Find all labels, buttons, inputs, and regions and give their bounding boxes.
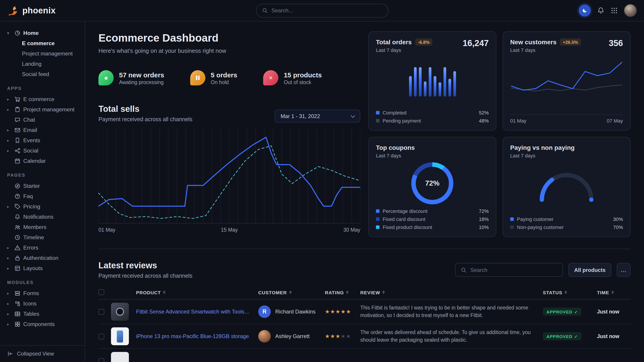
- reviews-table-header: PRODUCT CUSTOMER RATING REVIEW STATUS TI…: [98, 285, 630, 300]
- more-options-button[interactable]: ...: [617, 263, 630, 277]
- star-icon: ★: [98, 70, 114, 85]
- shapes-icon: [14, 300, 20, 307]
- legend-item: Fixed card discount 18%: [376, 216, 489, 222]
- sidebar-item-authentication[interactable]: Authentication: [7, 253, 80, 263]
- sidebar-item-errors[interactable]: Errors: [7, 242, 80, 253]
- sidebar-item-notifications[interactable]: Notifications: [7, 212, 80, 222]
- total-sells-chart: [98, 129, 360, 224]
- sidebar-item-apps-project-management[interactable]: Project management: [7, 104, 80, 114]
- rating-stars: ★★★★★: [325, 333, 351, 340]
- sidebar-item-forms[interactable]: Forms: [7, 288, 80, 298]
- sidebar-item-pricing[interactable]: Pricing: [7, 201, 80, 212]
- chat-icon: [14, 116, 20, 123]
- bell-icon: [14, 214, 20, 220]
- notifications-button[interactable]: [597, 7, 604, 14]
- card-title: Top coupons: [376, 144, 415, 151]
- bell-icon: [597, 7, 604, 14]
- review-row: Fitbit Sense Advanced Smartwatch with To…: [98, 300, 630, 324]
- new-customers-chart: [510, 53, 623, 114]
- sidebar-item-chat[interactable]: Chat: [7, 114, 80, 125]
- chevron-right-icon: [7, 245, 12, 250]
- sidebar-item-icons[interactable]: Icons: [7, 298, 80, 309]
- legend-item: Non-paying customer 70%: [510, 225, 623, 230]
- check-icon: [574, 334, 578, 339]
- row-checkbox[interactable]: [98, 358, 104, 362]
- chevron-right-icon: [7, 312, 12, 316]
- global-search[interactable]: [256, 3, 388, 17]
- column-time[interactable]: TIME: [597, 290, 630, 295]
- sidebar-item-starter[interactable]: Starter: [7, 181, 80, 191]
- clipboard-icon: [14, 106, 20, 112]
- sidebar-nav: Home E commerce Project management Landi…: [0, 28, 84, 345]
- product-link[interactable]: iPhone 13 pro max-Pacific Blue-128GB sto…: [136, 333, 256, 340]
- chevron-right-icon: [7, 138, 12, 142]
- column-review[interactable]: REVIEW: [360, 290, 543, 295]
- sidebar-item-home[interactable]: Home: [7, 28, 80, 38]
- sidebar-item-ecommerce[interactable]: E commerce: [7, 38, 80, 48]
- product-thumbnail[interactable]: [111, 352, 129, 362]
- column-rating[interactable]: RATING: [325, 290, 360, 295]
- layout-icon: [14, 265, 20, 271]
- top-navbar: phoenix: [0, 0, 644, 21]
- theme-toggle-button[interactable]: [579, 4, 591, 16]
- sidebar-item-social-feed[interactable]: Social feed: [7, 69, 80, 79]
- x-icon: ✕: [263, 70, 278, 85]
- sidebar-item-calendar[interactable]: Calendar: [7, 156, 80, 166]
- sidebar-item-landing[interactable]: Landing: [7, 58, 80, 69]
- sidebar-item-events[interactable]: Events: [7, 135, 80, 145]
- date-range-select[interactable]: Mar 1 - 31, 2022: [275, 110, 360, 122]
- brand-logo[interactable]: phoenix: [7, 5, 56, 16]
- product-link[interactable]: Fitbit Sense Advanced Smartwatch with To…: [136, 309, 258, 315]
- product-thumbnail[interactable]: [111, 303, 129, 321]
- row-checkbox[interactable]: [98, 309, 104, 315]
- form-icon: [14, 290, 20, 296]
- sidebar-item-members[interactable]: Members: [7, 222, 80, 232]
- page-title: Ecommerce Dashboard: [98, 31, 360, 45]
- legend-item: Fixed product discount 10%: [376, 225, 489, 230]
- sort-icon: [564, 291, 567, 294]
- collapsed-view-toggle[interactable]: Collapsed View: [0, 345, 84, 362]
- bookmark-icon: [14, 137, 20, 143]
- row-checkbox[interactable]: [98, 333, 104, 339]
- sort-icon: [163, 291, 166, 294]
- sidebar-item-tables[interactable]: Tables: [7, 309, 80, 319]
- status-badge: APPROVED: [543, 332, 582, 340]
- column-customer[interactable]: CUSTOMER: [258, 290, 325, 295]
- new-customers-card: New customers +26.5% Last 7 days 356 01 …: [502, 31, 630, 131]
- sort-icon: [611, 291, 614, 294]
- global-search-input[interactable]: [272, 7, 382, 14]
- all-products-button[interactable]: All products: [568, 263, 611, 277]
- reviews-search-input[interactable]: [470, 267, 558, 273]
- sidebar-item-layouts[interactable]: Layouts: [7, 263, 80, 273]
- sidebar-item-email[interactable]: Email: [7, 125, 80, 135]
- sidebar-item-components[interactable]: Components: [7, 319, 80, 329]
- sidebar-item-project-management[interactable]: Project management: [7, 48, 80, 58]
- paying-gauge-fill: [542, 175, 592, 200]
- total-sells-x-axis: 01 May 15 May 30 May: [98, 227, 360, 233]
- stat-orders-on-hold: 5 orders On hold: [190, 70, 237, 85]
- card-title: Paying vs non paying: [510, 144, 575, 151]
- column-status[interactable]: STATUS: [543, 290, 597, 295]
- legend-swatch: [510, 217, 514, 221]
- chevron-down-icon: [351, 113, 355, 118]
- new-customers-value: 356: [609, 38, 623, 48]
- sidebar-item-social[interactable]: Social: [7, 145, 80, 156]
- chevron-down-icon: [7, 31, 12, 35]
- sort-icon: [289, 291, 292, 294]
- sidebar-item-faq[interactable]: Faq: [7, 191, 80, 201]
- chevron-right-icon: [7, 148, 12, 153]
- moon-icon: [582, 7, 588, 13]
- legend-item: Completed 52%: [376, 110, 489, 115]
- brand-name: phoenix: [22, 5, 56, 15]
- sidebar-item-apps-ecommerce[interactable]: E commerce: [7, 94, 80, 104]
- legend-swatch: [376, 111, 380, 114]
- pie-chart-icon: [14, 30, 20, 36]
- apps-grid-button[interactable]: [611, 7, 618, 14]
- reviews-search[interactable]: [455, 263, 563, 277]
- sidebar-item-timeline[interactable]: Timeline: [7, 232, 80, 242]
- product-thumbnail[interactable]: [111, 327, 129, 345]
- user-avatar[interactable]: [624, 4, 637, 17]
- column-product[interactable]: PRODUCT: [136, 290, 258, 295]
- select-all-checkbox[interactable]: [98, 289, 104, 295]
- legend-swatch: [376, 217, 380, 221]
